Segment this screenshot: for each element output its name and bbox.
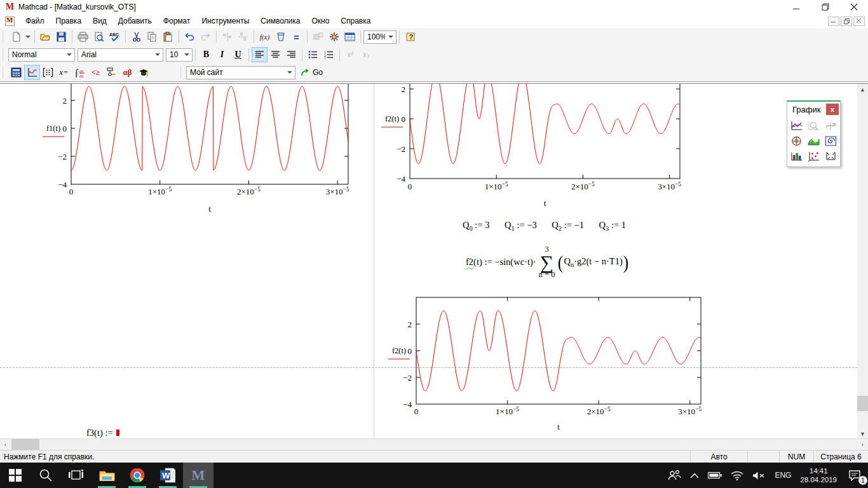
insert-component-button[interactable] [326,29,342,44]
menu-tools[interactable]: Инструменты [196,15,255,27]
toolbar-grip[interactable] [3,30,6,43]
vertical-scrollbar[interactable]: ▲ ▼ [857,84,868,438]
menu-window[interactable]: Окно [306,15,335,27]
tray-overflow-button[interactable] [686,463,703,488]
xy-plot-f2-bottom[interactable]: 01×10−52×10−53×10−520−2−4tf2(t) [381,293,705,438]
worksheet[interactable]: 01×10−52×10−53×10−520−2−4tf1(t) 01×10−52… [0,83,868,438]
zoom-plot-icon[interactable] [805,118,822,133]
print-button[interactable] [75,29,91,44]
align-right-button[interactable] [283,47,299,62]
calculus-toolbar-button[interactable]: ∫dydx [72,65,88,80]
taskbar-mathcad-button[interactable]: M [183,463,214,488]
mdi-restore-button[interactable] [841,17,852,26]
align-down-button[interactable] [235,29,251,44]
cut-button[interactable] [128,29,144,44]
symbolic-toolbar-button[interactable] [135,65,151,80]
component-wizard-button[interactable] [310,29,326,44]
paste-button[interactable] [160,29,176,44]
taskbar-word-button[interactable]: W [153,463,183,488]
xy-plot-f1[interactable]: 01×10−52×10−53×10−520−2−4tf1(t) [38,83,356,219]
scroll-up-arrow[interactable]: ▲ [857,84,868,95]
expression-f2-definition[interactable]: f2(t) := −sin(wc·t)· 3 ∑ n = 0 ( Qn·g2(t… [466,243,629,281]
go-button[interactable]: Go [295,68,328,78]
redo-button[interactable] [198,29,214,44]
search-button[interactable] [31,463,61,488]
print-preview-button[interactable] [91,29,107,44]
menu-help[interactable]: Справка [335,15,376,27]
minimize-button[interactable] [782,0,811,14]
italic-button[interactable]: I [214,47,230,62]
undo-button[interactable] [182,29,198,44]
spell-check-button[interactable]: ABC [107,29,123,44]
menu-file[interactable]: Файл [20,15,50,27]
horizontal-scroll-thumb[interactable] [11,439,39,450]
people-button[interactable] [663,463,686,488]
new-dropdown-caret[interactable] [24,29,32,44]
start-button[interactable] [0,463,31,488]
insert-function-button[interactable]: f(x) [257,29,273,44]
open-button[interactable] [37,29,53,44]
action-center-button[interactable]: 1 [841,463,868,488]
volume-button[interactable] [748,463,770,488]
contour-plot-icon[interactable] [822,133,839,149]
graph-toolbar-button[interactable] [24,65,40,80]
bold-button[interactable]: B [198,47,214,62]
expression-f3-definition[interactable]: f3(t) := [86,428,119,438]
menu-edit[interactable]: Правка [50,15,88,27]
menu-view[interactable]: Вид [87,15,112,27]
numbered-list-button[interactable]: 123 [321,47,337,62]
insert-unit-button[interactable] [273,29,288,44]
style-combo[interactable]: Normal [8,48,75,62]
vector-field-plot-icon[interactable] [822,149,839,164]
clock[interactable]: 14:4128.04.2019 [796,463,841,488]
mdi-close-button[interactable] [853,17,865,26]
scroll-down-arrow[interactable]: ▼ [857,428,868,438]
xy-plot-icon[interactable] [788,118,805,133]
align-across-button[interactable] [219,29,235,44]
zoom-combo[interactable]: 100% [363,30,397,44]
task-view-button[interactable] [61,463,92,488]
3d-scatter-plot-icon[interactable] [805,149,822,164]
graph-palette[interactable]: График x [787,100,841,167]
vertical-scroll-thumb[interactable] [857,396,868,411]
scroll-left-arrow[interactable]: ‹ [0,439,11,450]
bullet-list-button[interactable] [305,47,321,62]
mdi-minimize-button[interactable] [828,17,839,26]
copy-button[interactable] [144,29,160,44]
close-button[interactable] [839,0,868,14]
toolbar-grip[interactable] [180,66,184,79]
horizontal-scrollbar[interactable]: ‹ › [0,438,868,450]
help-button[interactable]: ? [402,29,418,44]
palette-close-button[interactable]: x [826,104,839,115]
calculator-toolbar-button[interactable] [8,65,24,80]
language-indicator[interactable]: ENG [770,463,796,488]
restore-button[interactable] [811,0,839,14]
menu-insert[interactable]: Добавить [112,15,158,27]
superscript-button[interactable]: x² [342,47,358,62]
save-button[interactable] [53,29,69,44]
xy-plot-f2-top[interactable]: 01×10−52×10−53×10−520−2−4tf2(t) [378,83,688,217]
surface-plot-icon[interactable] [805,133,822,149]
polar-plot-icon[interactable] [788,133,805,149]
toolbar-grip[interactable] [3,66,6,79]
taskbar-chrome-button[interactable] [122,463,153,488]
scroll-right-arrow[interactable]: › [857,439,868,450]
evaluate-button[interactable]: = [288,29,304,44]
font-combo[interactable]: Arial [78,48,163,62]
greek-toolbar-button[interactable]: αβ [119,65,135,80]
menu-format[interactable]: Формат [158,15,196,27]
resources-combo[interactable]: Мой сайт [186,66,295,79]
insert-table-button[interactable] [342,29,358,44]
align-left-button[interactable] [252,47,268,62]
programming-toolbar-button[interactable] [104,65,119,80]
3d-bar-plot-icon[interactable] [788,149,805,164]
new-button[interactable] [8,29,24,44]
expression-q-definitions[interactable]: Q0 := 3 Q1 := −3 Q2 := −1 Q3 := 1 [463,220,626,232]
boolean-toolbar-button[interactable]: <≥ [88,65,104,80]
subscript-button[interactable]: x₂ [358,47,374,62]
matrix-toolbar-button[interactable] [40,65,56,80]
taskbar-explorer-button[interactable] [92,463,122,488]
wifi-button[interactable] [726,463,748,488]
evaluation-toolbar-button[interactable]: x= [56,65,72,80]
toolbar-grip[interactable] [3,48,6,61]
